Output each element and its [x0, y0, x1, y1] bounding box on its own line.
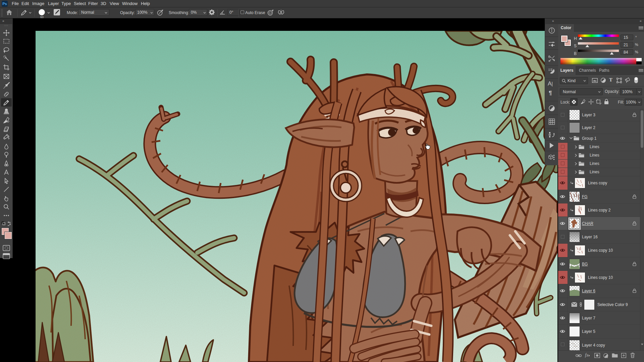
- svg-text:▾: ▾: [607, 356, 608, 358]
